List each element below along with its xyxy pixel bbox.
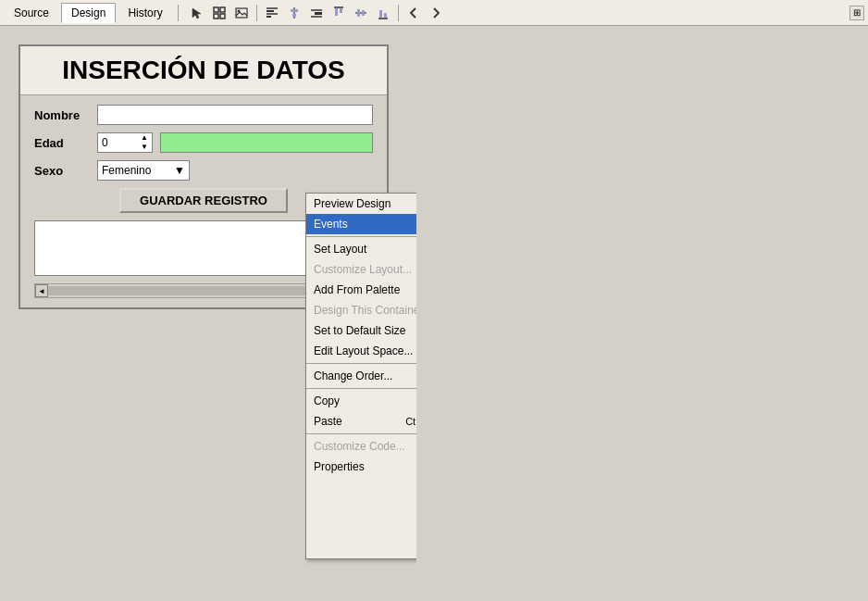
menu-item-preview-design[interactable]: Preview Design ▶ (306, 194, 416, 214)
svg-rect-2 (214, 14, 218, 19)
right-area (416, 26, 868, 601)
form-title: INSERCIÓN DE DATOS (20, 46, 387, 95)
guardar-registro-button[interactable]: GUARDAR REGISTRO (119, 188, 288, 213)
svg-rect-14 (315, 12, 322, 15)
svg-rect-12 (292, 14, 296, 17)
form-input-edad[interactable]: 0 ▲ ▼ (97, 132, 153, 153)
menu-label-preview-design: Preview Design (314, 197, 391, 210)
menu-label-add-from-palette: Add From Palette (314, 283, 400, 296)
form-select-sexo[interactable]: Femenino ▼ (97, 160, 190, 181)
align-center-icon[interactable] (284, 3, 304, 23)
menu-label-customize-layout: Customize Layout... (314, 263, 412, 276)
menu-divider-4 (306, 433, 416, 434)
form-row-sexo: Sexo Femenino ▼ (34, 160, 373, 181)
toolbar-icons (187, 3, 446, 23)
form-input-nombre[interactable] (97, 105, 373, 125)
align-middle-icon[interactable] (351, 3, 371, 23)
menu-item-customize-layout: Customize Layout... (306, 259, 416, 280)
menu-shortcut-paste: Ctrl+V (405, 416, 416, 427)
svg-rect-11 (291, 9, 298, 12)
svg-rect-23 (379, 10, 382, 18)
svg-rect-3 (220, 14, 225, 19)
toolbar-separator-1 (178, 5, 179, 21)
context-menu-wrapper: Preview Design ▶ Events ▶ Set Layout ▶ C… (305, 193, 416, 559)
form-select-arrow-icon: ▼ (174, 164, 185, 177)
svg-rect-9 (267, 16, 271, 18)
toolbar: Source Design History (0, 0, 868, 26)
menu-item-properties[interactable]: Properties (306, 457, 416, 477)
menu-label-paste: Paste (314, 415, 342, 428)
menu-item-copy[interactable]: Copy (306, 391, 416, 411)
svg-rect-17 (335, 8, 338, 16)
tab-source[interactable]: Source (4, 3, 59, 23)
svg-rect-4 (236, 8, 247, 18)
menu-label-set-default-size: Set to Default Size (314, 324, 405, 337)
arrow-right-icon[interactable] (426, 3, 446, 23)
menu-item-customize-code: Customize Code... (306, 436, 416, 457)
svg-rect-20 (357, 9, 360, 17)
expand-icon[interactable]: ⊞ (849, 6, 864, 20)
form-label-edad: Edad (34, 136, 90, 150)
form-row-nombre: Nombre (34, 105, 373, 125)
menu-label-events: Events (314, 218, 348, 231)
spinner-down-icon[interactable]: ▼ (141, 143, 148, 152)
menu-divider-3 (306, 388, 416, 389)
menu-item-paste[interactable]: Paste Ctrl+V (306, 411, 416, 432)
context-menu-main: Preview Design ▶ Events ▶ Set Layout ▶ C… (305, 193, 416, 559)
svg-rect-1 (220, 7, 225, 12)
menu-item-set-default-size[interactable]: Set to Default Size (306, 320, 416, 341)
main-area: INSERCIÓN DE DATOS Nombre Edad 0 ▲ ▼ (0, 26, 868, 601)
menu-item-add-from-palette[interactable]: Add From Palette ▶ (306, 280, 416, 300)
menu-label-change-order: Change Order... (314, 369, 392, 382)
toolbar-separator-3 (398, 5, 399, 21)
svg-rect-7 (267, 10, 274, 12)
form-label-nombre: Nombre (34, 108, 90, 122)
menu-item-change-order[interactable]: Change Order... (306, 366, 416, 386)
menu-label-customize-code: Customize Code... (314, 440, 405, 453)
menu-label-set-layout: Set Layout (314, 243, 366, 256)
menu-item-edit-layout-space[interactable]: Edit Layout Space... (306, 341, 416, 361)
design-canvas: INSERCIÓN DE DATOS Nombre Edad 0 ▲ ▼ (0, 26, 416, 601)
form-row-edad: Edad 0 ▲ ▼ (34, 132, 373, 153)
align-bottom-icon[interactable] (373, 3, 393, 23)
svg-rect-21 (362, 10, 365, 16)
menu-item-design-container: Design This Container (306, 300, 416, 320)
svg-rect-18 (340, 8, 342, 13)
scroll-left-icon[interactable]: ◄ (35, 284, 48, 297)
menu-label-copy: Copy (314, 394, 340, 407)
cursor-tool-icon[interactable] (187, 3, 207, 23)
align-left-icon[interactable] (262, 3, 282, 23)
form-select-value: Femenino (102, 164, 151, 177)
image-tool-icon[interactable] (231, 3, 252, 23)
tab-history[interactable]: History (118, 3, 172, 23)
arrow-left-icon[interactable] (403, 3, 424, 23)
spinner-up-icon[interactable]: ▲ (141, 133, 148, 143)
menu-label-design-container: Design This Container (314, 304, 416, 317)
menu-item-set-layout[interactable]: Set Layout ▶ (306, 239, 416, 259)
form-edad-value: 0 (102, 136, 108, 149)
select-tool-icon[interactable] (209, 3, 229, 23)
svg-rect-24 (384, 13, 387, 18)
form-label-sexo: Sexo (34, 164, 90, 178)
tab-design[interactable]: Design (61, 3, 116, 23)
menu-divider-1 (306, 236, 416, 237)
svg-rect-0 (214, 7, 218, 12)
align-top-icon[interactable] (329, 3, 349, 23)
form-green-bar (160, 132, 373, 153)
form-spinner-edad[interactable]: ▲ ▼ (141, 133, 148, 152)
menu-item-events[interactable]: Events ▶ (306, 214, 416, 234)
menu-label-properties: Properties (314, 460, 365, 473)
menu-divider-2 (306, 363, 416, 364)
align-right-icon[interactable] (306, 3, 327, 23)
toolbar-separator-2 (256, 5, 257, 21)
menu-label-edit-layout-space: Edit Layout Space... (314, 344, 413, 357)
